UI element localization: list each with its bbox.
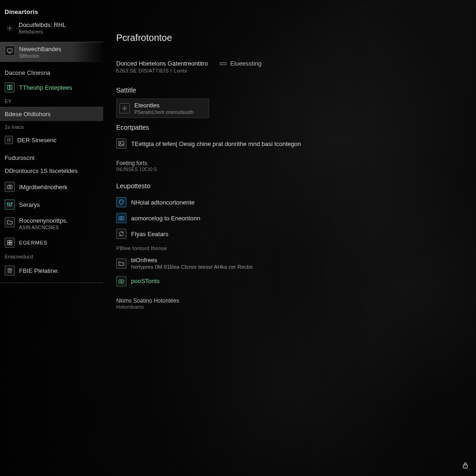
- gear-icon: [119, 103, 130, 113]
- hero-title: Donced Hbetelons Gatentreontitro: [116, 60, 208, 67]
- image-icon: [116, 139, 126, 149]
- section-ecortpattes: Ecortpattes: [116, 124, 457, 131]
- link-label: aomorcelog to Eneontonn: [131, 215, 200, 222]
- sidebar-item-label: TTheohp Enteptees: [19, 84, 72, 91]
- link-ecort[interactable]: TEettgta of tefen| Oesig chine prat donr…: [116, 136, 457, 152]
- profile-sub: Betisfacers: [19, 29, 66, 34]
- display-icon: [5, 46, 15, 56]
- link-nholal[interactable]: NHolal adtoncortonente: [116, 194, 457, 210]
- svg-point-3: [9, 186, 11, 188]
- sidebar-item-bdese[interactable]: Bdese Ohillohors: [0, 107, 103, 121]
- brightness-slider[interactable]: Elueessting: [220, 60, 261, 67]
- sidebar-item-sub: ASIN ASCNCNES: [19, 225, 68, 231]
- profile-block[interactable]: Docutfelbds: RHL Betisfacers: [0, 19, 103, 41]
- folder-title: biOnfrees: [131, 257, 252, 264]
- sidebar-item-theop[interactable]: TTheohp Enteptees: [0, 79, 103, 96]
- sidebar-item-label: Bdese Ohillohors: [5, 111, 51, 118]
- slider-track-icon: [220, 62, 226, 65]
- sidebar-item-label: Serarys: [19, 201, 40, 208]
- folder-icon: [116, 258, 126, 269]
- camera-icon: [5, 182, 15, 192]
- sidebar-item-mgrdbeh[interactable]: IMgrdbehilnotherk: [0, 178, 103, 195]
- gear-icon: [5, 23, 15, 33]
- link-label: FIyas Eeatars: [131, 231, 168, 238]
- profile-name: Docutfelbds: RHL: [19, 22, 66, 29]
- sidebar-item-label: Roconenynorittps.: [19, 217, 68, 225]
- pause-icon: [5, 136, 13, 144]
- shield-icon: [116, 197, 126, 207]
- svg-point-15: [120, 218, 122, 219]
- svg-rect-9: [7, 243, 9, 245]
- sidebar-minor-ey: EY: [0, 97, 103, 106]
- sidebar-item-der[interactable]: DER Sinesenc: [0, 132, 103, 147]
- sidebar-item-label: NewechBandes: [19, 46, 61, 53]
- section-nkims-sub: Hokordeams: [116, 304, 457, 310]
- folder-sub: hertypres 0M.81klea Ctcnor teessr AHka c…: [131, 264, 252, 271]
- section-nkims: Nkims Soatino Hotontées: [116, 298, 457, 304]
- tile-sub: PSeratnLhont onsroutsusth: [134, 109, 193, 115]
- subhead-pb: PBtee tontord Ihonse: [116, 245, 457, 251]
- stack-icon: [5, 265, 15, 276]
- link-poostonts[interactable]: pooSTonts: [116, 273, 457, 289]
- book-icon: [5, 82, 15, 93]
- svg-rect-8: [10, 241, 12, 243]
- link-label: pooSTonts: [131, 278, 159, 284]
- sidebar-minor-enacned: Enacneducd: [0, 252, 103, 261]
- svg-point-17: [120, 280, 122, 282]
- hero-block: Donced Hbetelons Gatentreontitro 6263:SE…: [116, 60, 208, 73]
- sidebar-divider: [0, 283, 103, 283]
- section-leupottesto: Leupottesto: [116, 182, 457, 190]
- refresh-icon: [116, 229, 126, 239]
- svg-rect-14: [119, 217, 124, 220]
- page-title: Pcrafrotontoe: [116, 33, 457, 43]
- sidebar-item-label: IMgrdbehilnotherk: [19, 184, 67, 191]
- sidebar-item-label: EGERMES: [19, 240, 47, 245]
- svg-rect-2: [7, 185, 13, 189]
- sidebar-item-serarys[interactable]: Serarys: [0, 196, 103, 213]
- sidebar-item-egermes[interactable]: EGERMES: [0, 234, 103, 251]
- svg-rect-16: [119, 280, 124, 283]
- sidebar-section-dacone: Dacone Clinesna: [0, 63, 103, 78]
- svg-rect-1: [7, 49, 13, 52]
- svg-point-13: [120, 143, 121, 144]
- sidebar-item-label: DDrontourcs 1S lisceteldes: [5, 167, 78, 174]
- camera-icon: [116, 276, 126, 286]
- sidebar-item-dontout[interactable]: DDrontourcs 1S lisceteldes: [0, 164, 103, 178]
- sidebar-item-active[interactable]: NewechBandes Sithocion: [0, 42, 103, 62]
- section-foetingforts: Foeting forts: [116, 160, 457, 166]
- link-aomorcelog[interactable]: aomorcelog to Eneontonn: [116, 210, 457, 226]
- section-sattitle: Sattitle: [116, 86, 457, 94]
- sidebar: Dineartoris Docutfelbds: RHL Betisfacers…: [0, 0, 103, 476]
- link-label: NHolal adtoncortonente: [131, 199, 195, 206]
- tile-label: Eteontles: [134, 102, 193, 109]
- sidebar-item-fbie[interactable]: FBIE Plelatine.: [0, 262, 103, 279]
- tile-etontles[interactable]: Eteontles PSeratnLhont onsroutsusth: [116, 99, 209, 118]
- lock-icon: [461, 461, 469, 469]
- svg-rect-7: [7, 241, 9, 243]
- svg-rect-10: [10, 243, 12, 245]
- svg-rect-18: [463, 465, 468, 468]
- slider-label: Elueessting: [230, 60, 261, 67]
- svg-rect-12: [119, 142, 124, 146]
- sidebar-minor-inacs: 1s Inacs: [0, 122, 103, 132]
- sidebar-item-label: FBIE Plelatine.: [19, 267, 59, 274]
- section-foetingforts-sub: INUNSES 10CI0:S: [116, 166, 457, 172]
- link-label: TEettgta of tefen| Oesig chine prat donr…: [131, 140, 301, 147]
- folder-icon: [5, 217, 15, 227]
- svg-point-11: [124, 107, 126, 109]
- camera-icon: [116, 213, 126, 223]
- main-content: Pcrafrotontoe Donced Hbetelons Gatentreo…: [103, 0, 476, 476]
- sidebar-item-roconer[interactable]: Roconenynorittps. ASIN ASCNCNES: [0, 214, 103, 233]
- grid-icon: [5, 238, 15, 248]
- sidebar-item-sub: Sithocion: [19, 53, 61, 59]
- link-flyas[interactable]: FIyas Eeatars: [116, 226, 457, 242]
- sidebar-section-fud: Fuduroscnt: [0, 148, 103, 163]
- app-title: Dineartoris: [0, 4, 103, 18]
- hero-sub: 6263:SE DISIATTIEIS r Lonts: [116, 68, 208, 73]
- sidebar-item-label: DER Sinesenc: [17, 137, 57, 144]
- folder-line[interactable]: biOnfrees hertypres 0M.81klea Ctcnor tee…: [116, 254, 457, 273]
- sliders-icon: [5, 199, 15, 210]
- svg-point-0: [9, 27, 11, 29]
